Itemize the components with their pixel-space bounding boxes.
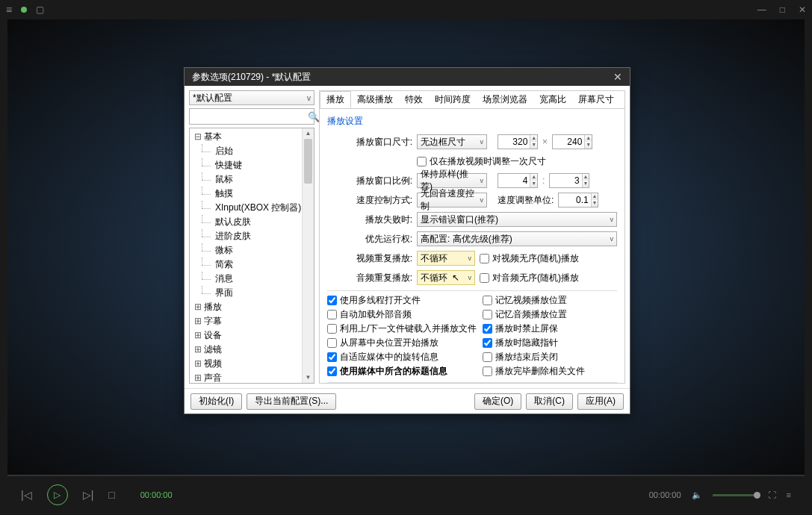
next-track-icon[interactable]: ▷|	[83, 489, 94, 501]
dialog-close-icon[interactable]: ✕	[613, 71, 622, 83]
checkbox-adjust-once[interactable]: 仅在播放视频时调整一次尺寸	[417, 155, 546, 168]
section-title: 播放设置	[327, 115, 617, 128]
checkbox-option[interactable]: 自动加载外部音频	[327, 308, 477, 321]
tree-root-basic[interactable]: 基本	[194, 131, 222, 142]
spin-up-icon[interactable]: ▲	[592, 193, 598, 200]
hamburger-icon[interactable]: ≡	[6, 4, 12, 16]
tree-item[interactable]: 快捷键	[190, 158, 314, 172]
scroll-down-icon[interactable]: ▼	[303, 372, 314, 383]
initialize-button[interactable]: 初始化(I)	[190, 393, 242, 410]
tab-5[interactable]: 宽高比	[533, 91, 572, 108]
select-speed-control[interactable]: 无回音速度控制v	[417, 193, 487, 207]
checkbox-option[interactable]: 自适应媒体中的旋转信息	[327, 351, 477, 363]
checkbox-option[interactable]: 利用上/下一文件键载入并播放文件	[327, 322, 477, 335]
window-close-button[interactable]: ✕	[799, 4, 806, 15]
tree-item[interactable]: 触摸	[190, 187, 314, 201]
checkbox-option[interactable]: 播放结束后关闭	[483, 351, 617, 363]
chevron-down-icon: v	[465, 274, 472, 281]
play-button[interactable]: ▷	[47, 484, 68, 505]
tab-7[interactable]: 全	[620, 91, 625, 108]
checkbox-option[interactable]: 播放完毕删除相关文件	[483, 365, 617, 378]
scroll-up-icon[interactable]: ▲	[303, 128, 314, 139]
spin-down-icon[interactable]: ▼	[530, 181, 537, 187]
spin-up-icon[interactable]: ▲	[585, 135, 592, 142]
select-on-fail[interactable]: 显示错误窗口(推荐)v	[417, 212, 617, 227]
dialog-titlebar[interactable]: 参数选项(210729) - *默认配置 ✕	[185, 68, 630, 86]
select-window-size[interactable]: 无边框尺寸v	[417, 134, 487, 149]
tree-item[interactable]: 消息	[190, 272, 314, 286]
input-speed-unit[interactable]: ▲▼	[558, 193, 598, 207]
stop-icon[interactable]: □	[108, 489, 114, 501]
tab-4[interactable]: 场景浏览器	[477, 91, 533, 108]
profile-select[interactable]: *默认配置 v	[189, 90, 314, 105]
tree-item[interactable]: 进阶皮肤	[190, 229, 314, 243]
chevron-down-icon: v	[477, 177, 484, 184]
time-elapsed: 00:00:00	[140, 490, 173, 499]
checkbox-option[interactable]: 记忆音频播放位置	[483, 308, 617, 321]
tree-branch[interactable]: 字幕	[190, 314, 314, 328]
tree-item[interactable]: 鼠标	[190, 172, 314, 187]
spin-up-icon[interactable]: ▲	[530, 174, 537, 181]
spin-up-icon[interactable]: ▲	[530, 135, 537, 142]
checkbox-audio-shuffle[interactable]: 对音频无序(随机)播放	[480, 272, 579, 284]
ok-button[interactable]: 确定(O)	[474, 393, 521, 410]
tree-branch[interactable]: 播放	[190, 300, 314, 314]
tab-1[interactable]: 高级播放	[351, 91, 399, 108]
tree-scrollbar[interactable]: ▲ ▼	[302, 128, 314, 383]
export-config-button[interactable]: 导出当前配置(S)...	[247, 393, 336, 410]
checkbox-option[interactable]: 从屏幕中央位置开始播放	[327, 337, 477, 349]
tree-branch[interactable]: 视频	[190, 357, 314, 371]
select-audio-repeat[interactable]: 不循环 v ↖	[417, 270, 475, 285]
tree-item[interactable]: 简索	[190, 258, 314, 272]
input-ratio-b[interactable]: ▲▼	[549, 173, 589, 188]
playlist-icon[interactable]: ≡	[787, 490, 791, 499]
category-tree[interactable]: 基本启始快捷键鼠标触摸XInput(XBOX 控制器)默认皮肤进阶皮肤微标简索消…	[189, 128, 314, 384]
spin-down-icon[interactable]: ▼	[585, 142, 592, 149]
expand-icon[interactable]: ⛶	[768, 490, 776, 499]
tab-2[interactable]: 特效	[399, 91, 429, 108]
window-maximize-button[interactable]: □	[780, 4, 785, 15]
window-minimize-button[interactable]: —	[757, 4, 766, 15]
search-icon[interactable]: 🔍	[308, 111, 320, 122]
progress-track[interactable]	[7, 475, 805, 476]
tab-0[interactable]: 播放	[320, 91, 351, 108]
checkbox-video-shuffle[interactable]: 对视频无序(随机)播放	[480, 252, 579, 265]
tree-branch[interactable]: 滤镜	[190, 343, 314, 357]
checkbox-option[interactable]: 播放时禁止屏保	[483, 322, 617, 335]
spin-down-icon[interactable]: ▼	[583, 181, 589, 187]
tree-item[interactable]: 默认皮肤	[190, 215, 314, 229]
spin-down-icon[interactable]: ▼	[592, 200, 598, 207]
tree-item[interactable]: 微标	[190, 243, 314, 258]
volume-icon[interactable]: 🔈	[692, 490, 702, 500]
tree-item[interactable]: XInput(XBOX 控制器)	[190, 201, 314, 215]
tree-branch[interactable]: 设备	[190, 328, 314, 343]
input-window-height[interactable]: ▲▼	[552, 134, 592, 149]
tree-item[interactable]: 启始	[190, 144, 314, 158]
scroll-thumb[interactable]	[304, 139, 312, 184]
select-window-ratio[interactable]: 保持原样(推荐)v	[417, 173, 487, 188]
search-input[interactable]	[190, 111, 308, 122]
checkbox-option[interactable]: 使用多线程打开文件	[327, 294, 477, 307]
checkbox-option[interactable]: 记忆视频播放位置	[483, 294, 617, 307]
tree-item[interactable]: 界面	[190, 286, 314, 300]
select-priority[interactable]: 高配置: 高优先级(推荐)v	[417, 231, 617, 246]
input-ratio-a[interactable]: ▲▼	[498, 173, 538, 188]
checkbox-option[interactable]: 播放时隐藏指针	[483, 337, 617, 349]
volume-slider[interactable]	[713, 494, 757, 496]
select-video-repeat[interactable]: 不循环v	[417, 251, 475, 266]
checkbox-option[interactable]: 使用媒体中所含的标题信息	[327, 365, 477, 378]
monitor-icon[interactable]: ▢	[36, 4, 44, 15]
preferences-dialog: 参数选项(210729) - *默认配置 ✕ *默认配置 v 🔍 基本启始快捷键…	[184, 67, 630, 414]
cancel-button[interactable]: 取消(C)	[526, 393, 573, 410]
label-priority: 优先运行权:	[327, 233, 417, 246]
prev-track-icon[interactable]: |◁	[21, 489, 32, 501]
tab-3[interactable]: 时间跨度	[429, 91, 477, 108]
multiply-icon: ×	[542, 137, 548, 147]
tree-branch[interactable]: 声音	[190, 371, 314, 384]
spin-down-icon[interactable]: ▼	[530, 142, 537, 149]
input-window-width[interactable]: ▲▼	[498, 134, 538, 149]
tab-6[interactable]: 屏幕尺寸	[572, 91, 620, 108]
spin-up-icon[interactable]: ▲	[583, 174, 589, 181]
apply-button[interactable]: 应用(A)	[577, 393, 624, 410]
label-audio-repeat: 音频重复播放:	[327, 272, 417, 284]
